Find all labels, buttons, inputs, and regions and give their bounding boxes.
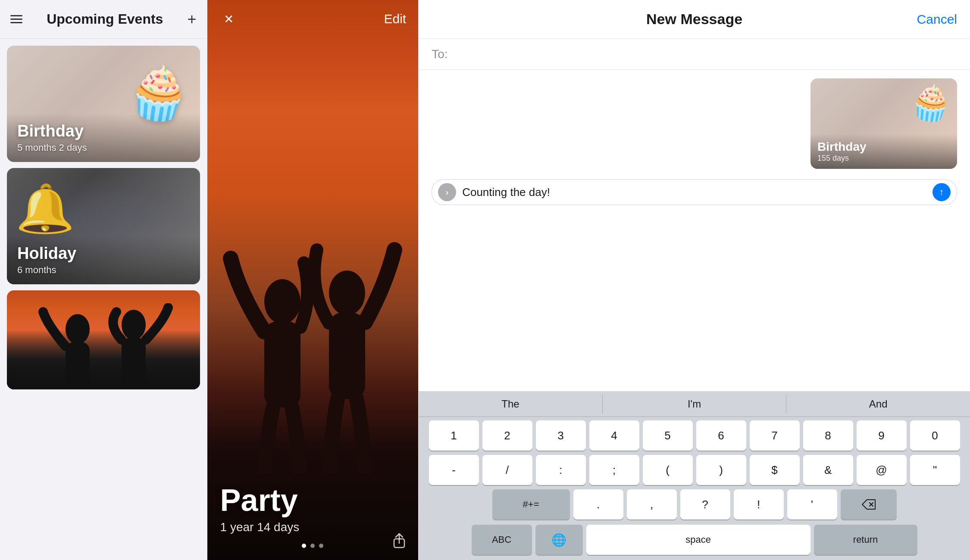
key-row-symbols2: #+= . , ? ! ' bbox=[421, 489, 967, 520]
party-close-button[interactable]: ✕ bbox=[219, 9, 238, 28]
event-holiday-title: Holiday bbox=[17, 244, 190, 263]
message-event-overlay: Birthday 155 days bbox=[810, 134, 957, 169]
key-2[interactable]: 2 bbox=[482, 420, 532, 451]
menu-button[interactable] bbox=[10, 15, 22, 23]
suggestion-im[interactable]: I'm bbox=[603, 395, 787, 414]
suggestion-the[interactable]: The bbox=[419, 395, 603, 414]
key-7[interactable]: 7 bbox=[750, 420, 800, 451]
key-semicolon[interactable]: ; bbox=[589, 455, 639, 485]
key-lparen[interactable]: ( bbox=[643, 455, 693, 485]
event-birthday-title: Birthday bbox=[17, 122, 190, 140]
add-event-button[interactable]: + bbox=[188, 12, 197, 27]
key-slash[interactable]: / bbox=[482, 455, 532, 485]
key-9[interactable]: 9 bbox=[857, 420, 907, 451]
key-hashplus[interactable]: #+= bbox=[492, 489, 570, 520]
key-4[interactable]: 4 bbox=[589, 420, 639, 451]
cancel-button[interactable]: Cancel bbox=[917, 12, 957, 27]
globe-key[interactable]: 🌐 bbox=[535, 525, 583, 555]
svg-point-0 bbox=[66, 314, 90, 344]
menu-line-2 bbox=[10, 19, 22, 20]
key-5[interactable]: 5 bbox=[643, 420, 693, 451]
events-list: Birthday 5 months 2 days Holiday 6 month… bbox=[0, 39, 207, 560]
svg-point-6 bbox=[329, 271, 365, 315]
share-icon bbox=[392, 533, 406, 548]
compose-row: › ↑ bbox=[432, 179, 957, 205]
message-event-card: Birthday 155 days bbox=[810, 78, 957, 169]
key-row-numbers: 1 2 3 4 5 6 7 8 9 0 bbox=[421, 420, 967, 451]
key-0[interactable]: 0 bbox=[910, 420, 960, 451]
keyboard-rows: 1 2 3 4 5 6 7 8 9 0 - / : ; ( ) $ & bbox=[419, 417, 970, 521]
menu-line-3 bbox=[10, 22, 22, 23]
key-3[interactable]: 3 bbox=[536, 420, 586, 451]
send-button[interactable]: ↑ bbox=[932, 183, 951, 201]
key-6[interactable]: 6 bbox=[696, 420, 746, 451]
to-input[interactable] bbox=[455, 47, 957, 61]
party-page-dots bbox=[207, 544, 419, 548]
expand-button[interactable]: › bbox=[438, 183, 456, 201]
event-card-birthday[interactable]: Birthday 5 months 2 days bbox=[7, 46, 200, 162]
silhouette-svg bbox=[222, 224, 403, 474]
svg-rect-3 bbox=[122, 338, 146, 389]
dot-1[interactable] bbox=[302, 544, 306, 548]
key-at[interactable]: @ bbox=[857, 455, 907, 485]
key-dollar[interactable]: $ bbox=[750, 455, 800, 485]
event-holiday-overlay: Holiday 6 months bbox=[7, 236, 200, 284]
key-dash[interactable]: - bbox=[429, 455, 479, 485]
dot-2[interactable] bbox=[310, 544, 315, 548]
expand-icon: › bbox=[446, 187, 449, 197]
to-label: To: bbox=[432, 47, 447, 61]
event-card-party[interactable] bbox=[7, 290, 200, 389]
compose-input[interactable] bbox=[462, 186, 926, 199]
keyboard-suggestions: The I'm And bbox=[419, 391, 970, 417]
key-row-symbols1: - / : ; ( ) $ & @ " bbox=[421, 455, 967, 485]
message-event-days: 155 days bbox=[817, 154, 950, 163]
backspace-icon bbox=[861, 499, 876, 510]
panel-upcoming-events: Upcoming Events + Birthday 5 months 2 da… bbox=[0, 0, 207, 560]
message-event-title: Birthday bbox=[817, 140, 950, 154]
party-info: Party 1 year 14 days bbox=[207, 482, 419, 534]
globe-icon: 🌐 bbox=[551, 533, 566, 547]
event-card-holiday[interactable]: Holiday 6 months bbox=[7, 168, 200, 284]
key-question[interactable]: ? bbox=[680, 489, 730, 520]
key-rparen[interactable]: ) bbox=[696, 455, 746, 485]
party-silhouette-small bbox=[22, 303, 185, 389]
header-right: Cancel bbox=[782, 12, 957, 27]
message-to-row: To: bbox=[419, 39, 970, 70]
suggestion-and[interactable]: And bbox=[786, 395, 970, 414]
keyboard: The I'm And 1 2 3 4 5 6 7 8 9 0 - / : bbox=[419, 391, 970, 560]
event-holiday-subtitle: 6 months bbox=[17, 264, 190, 276]
space-key[interactable]: space bbox=[586, 525, 810, 555]
message-title: New Message bbox=[607, 11, 782, 28]
panel-new-message: New Message Cancel To: Birthday 155 days… bbox=[419, 0, 970, 560]
close-icon: ✕ bbox=[224, 12, 234, 26]
backspace-key[interactable] bbox=[841, 489, 897, 520]
key-period[interactable]: . bbox=[573, 489, 623, 520]
message-body: Birthday 155 days › ↑ bbox=[419, 70, 970, 391]
key-colon[interactable]: : bbox=[536, 455, 586, 485]
key-8[interactable]: 8 bbox=[803, 420, 853, 451]
svg-point-4 bbox=[264, 279, 300, 324]
key-apostrophe[interactable]: ' bbox=[787, 489, 837, 520]
key-amp[interactable]: & bbox=[803, 455, 853, 485]
event-birthday-overlay: Birthday 5 months 2 days bbox=[7, 113, 200, 162]
key-comma[interactable]: , bbox=[627, 489, 677, 520]
party-silhouette bbox=[207, 215, 419, 474]
return-key[interactable]: return bbox=[814, 525, 917, 555]
key-exclaim[interactable]: ! bbox=[734, 489, 784, 520]
events-header: Upcoming Events + bbox=[0, 0, 207, 39]
message-header: New Message Cancel bbox=[419, 0, 970, 39]
dot-3[interactable] bbox=[319, 544, 323, 548]
edit-button[interactable]: Edit bbox=[384, 12, 406, 26]
keyboard-bottom-row: ABC 🌐 space return bbox=[419, 521, 970, 560]
party-title: Party bbox=[220, 482, 406, 518]
share-button[interactable] bbox=[392, 533, 406, 551]
menu-line-1 bbox=[10, 15, 22, 16]
abc-key[interactable]: ABC bbox=[472, 525, 532, 555]
events-title: Upcoming Events bbox=[47, 11, 163, 27]
send-icon: ↑ bbox=[939, 187, 944, 198]
party-header: ✕ Edit bbox=[207, 0, 419, 38]
key-quote[interactable]: " bbox=[910, 455, 960, 485]
party-countdown: 1 year 14 days bbox=[220, 520, 406, 534]
key-1[interactable]: 1 bbox=[429, 420, 479, 451]
svg-point-2 bbox=[122, 310, 146, 340]
